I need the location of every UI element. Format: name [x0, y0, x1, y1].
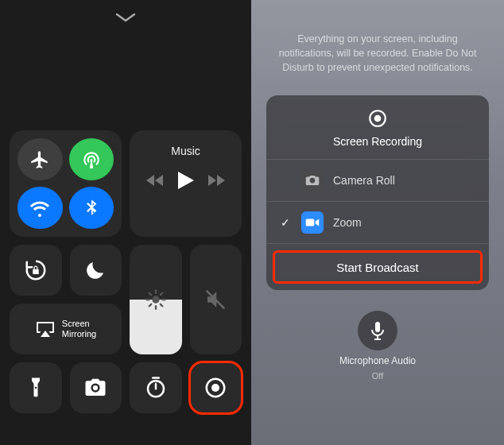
microphone-icon [370, 321, 386, 340]
connectivity-tile [10, 130, 122, 237]
camera-icon [305, 175, 320, 186]
sheet-header: Screen Recording [266, 95, 489, 159]
screen-record-button[interactable] [190, 362, 242, 413]
microphone-toggle[interactable] [358, 311, 397, 350]
wifi-icon [29, 198, 50, 219]
microphone-section: Microphone Audio Off [339, 311, 416, 381]
forward-icon[interactable] [208, 174, 226, 187]
do-not-disturb-button[interactable] [70, 245, 122, 296]
moon-icon [83, 258, 107, 282]
airplay-icon [35, 320, 56, 338]
start-row: Start Broadcast [266, 243, 489, 290]
svg-line-5 [149, 293, 150, 295]
zoom-app-icon [301, 211, 324, 234]
destination-camera-roll[interactable]: Camera Roll [266, 159, 489, 201]
microphone-label: Microphone Audio [339, 355, 416, 366]
control-center-panel: Music Screen Mirroring [0, 0, 251, 445]
bluetooth-icon [81, 198, 102, 219]
bluetooth-button[interactable] [69, 187, 114, 229]
timer-button[interactable] [130, 362, 182, 413]
svg-line-8 [161, 293, 162, 295]
airplane-icon [29, 149, 50, 170]
speaker-muted-icon [204, 288, 227, 312]
orientation-lock-icon [24, 258, 48, 282]
record-icon [367, 108, 388, 129]
brightness-icon [145, 288, 167, 311]
camera-icon [83, 376, 107, 400]
screen-mirroring-label: Screen Mirroring [62, 319, 96, 339]
start-broadcast-label: Start Broadcast [336, 261, 418, 274]
microphone-state: Off [372, 371, 383, 381]
music-label: Music [171, 145, 200, 157]
play-icon[interactable] [178, 172, 194, 189]
music-tile[interactable]: Music [130, 130, 242, 237]
zoom-label: Zoom [333, 216, 362, 229]
record-icon [204, 376, 227, 400]
recording-info-text: Everything on your screen, including not… [259, 0, 496, 75]
volume-mute-tile[interactable] [190, 245, 242, 354]
destination-zoom[interactable]: ✓ Zoom [266, 201, 489, 243]
rewind-icon[interactable] [146, 174, 164, 187]
svg-point-14 [211, 384, 219, 392]
svg-line-7 [149, 304, 150, 306]
collapse-chevron[interactable] [6, 8, 245, 27]
checkmark-icon: ✓ [279, 216, 292, 229]
screen-recording-panel: Everything on your screen, including not… [251, 0, 504, 445]
start-broadcast-button[interactable]: Start Broadcast [274, 252, 481, 282]
sheet-title: Screen Recording [333, 135, 422, 148]
camera-button[interactable] [70, 362, 122, 413]
wifi-button[interactable] [17, 187, 63, 229]
camera-roll-label: Camera Roll [333, 174, 395, 187]
camera-roll-app-icon [301, 169, 324, 192]
flashlight-button[interactable] [10, 362, 62, 413]
flashlight-icon [24, 376, 48, 400]
svg-rect-17 [306, 219, 315, 226]
airplane-mode-button[interactable] [17, 138, 63, 180]
chevron-down-icon [115, 12, 136, 23]
svg-line-6 [161, 304, 162, 306]
orientation-lock-button[interactable] [10, 245, 62, 296]
screen-recording-sheet: Screen Recording Camera Roll ✓ Zoom Star… [266, 95, 489, 290]
svg-point-16 [374, 115, 382, 122]
cellular-icon [81, 149, 102, 170]
cellular-data-button[interactable] [69, 138, 114, 180]
brightness-slider[interactable] [130, 245, 182, 354]
screen-mirroring-button[interactable]: Screen Mirroring [10, 304, 122, 354]
music-controls [146, 172, 226, 189]
timer-icon [144, 376, 168, 400]
video-icon [305, 218, 320, 227]
svg-point-0 [152, 296, 159, 303]
